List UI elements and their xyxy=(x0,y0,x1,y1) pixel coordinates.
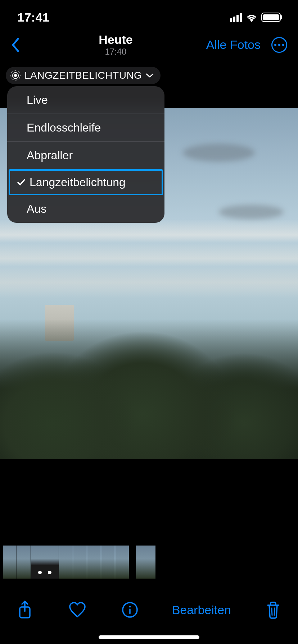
nav-bar: Heute 17:40 Alle Fotos xyxy=(0,29,298,61)
share-button[interactable] xyxy=(14,600,35,620)
status-bar: 17:41 xyxy=(0,0,298,29)
menu-item-bounce[interactable]: Abpraller xyxy=(7,142,164,169)
thumbnail[interactable] xyxy=(101,546,115,579)
checkmark-icon xyxy=(17,178,30,187)
menu-item-label: Langzeitbelichtung xyxy=(30,176,154,189)
chevron-down-icon xyxy=(145,73,154,78)
thumbnail[interactable] xyxy=(73,546,87,579)
favorite-button[interactable] xyxy=(67,602,88,618)
menu-item-off[interactable]: Aus xyxy=(7,195,164,223)
info-button[interactable] xyxy=(119,602,140,618)
nav-title-group: Heute 17:40 xyxy=(25,33,206,57)
menu-item-label: Live xyxy=(27,93,157,107)
menu-item-label: Abpraller xyxy=(27,149,157,162)
thumbnail[interactable] xyxy=(115,546,129,579)
ellipsis-icon xyxy=(274,44,284,46)
thumbnail[interactable] xyxy=(59,546,73,579)
nav-title: Heute xyxy=(25,33,206,47)
thumbnail[interactable] xyxy=(87,546,101,579)
back-button[interactable] xyxy=(11,37,25,52)
menu-item-loop[interactable]: Endlosschleife xyxy=(7,114,164,142)
thumbnail-current[interactable] xyxy=(31,546,59,579)
svg-point-2 xyxy=(14,74,17,77)
live-photo-mode-menu: Live Endlosschleife Abpraller Langzeitbe… xyxy=(7,86,164,223)
thumbnail-scrubber[interactable] xyxy=(0,546,156,579)
menu-item-long-exposure[interactable]: Langzeitbelichtung xyxy=(9,169,163,195)
status-time: 17:41 xyxy=(17,10,49,24)
thumbnail[interactable] xyxy=(136,546,156,579)
edit-button[interactable]: Bearbeiten xyxy=(172,603,231,617)
bottom-toolbar: Bearbeiten xyxy=(0,590,298,630)
svg-point-5 xyxy=(129,606,131,608)
menu-item-live[interactable]: Live xyxy=(7,86,164,114)
concentric-circles-icon xyxy=(10,70,21,81)
all-photos-button[interactable]: Alle Fotos xyxy=(206,38,261,52)
thumbnail[interactable] xyxy=(17,546,31,579)
battery-icon xyxy=(261,13,281,22)
nav-subtitle: 17:40 xyxy=(25,47,206,57)
status-icons xyxy=(230,13,281,22)
thumbnail[interactable] xyxy=(3,546,17,579)
cellular-signal-icon xyxy=(230,13,242,22)
home-indicator[interactable] xyxy=(99,635,199,639)
menu-item-label: Endlosschleife xyxy=(27,121,157,134)
menu-item-label: Aus xyxy=(27,202,157,216)
live-photo-mode-badge[interactable]: LANGZEITBELICHTUNG xyxy=(6,67,161,84)
more-button[interactable] xyxy=(271,37,287,53)
live-badge-label: LANGZEITBELICHTUNG xyxy=(24,70,142,81)
wifi-icon xyxy=(245,13,258,22)
delete-button[interactable] xyxy=(263,601,284,619)
